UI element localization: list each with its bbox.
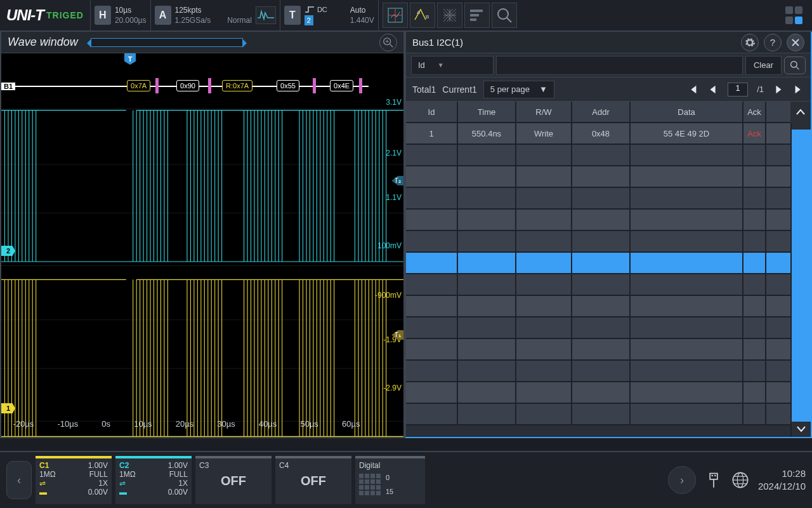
acq-mode: Normal: [227, 15, 252, 25]
x-axis-tick: 50µs: [300, 419, 318, 437]
table-row[interactable]: [406, 274, 790, 296]
bus-decode-panel: Bus1 I2C(1) ? Id ▼ Clear Total1 Current1: [405, 32, 812, 438]
time-axis: -20µs-10µs0s10µs20µs30µs40µs50µs60µs: [1, 419, 372, 437]
last-page-button[interactable]: [793, 84, 804, 95]
per-page-select[interactable]: 5 per page ▼: [483, 81, 554, 98]
chevron-down-icon: ▼: [539, 84, 547, 94]
acq-mode-blank: [227, 5, 252, 15]
waveform-area[interactable]: T B1 0x7A0x90R:0x7A0x550x4E: [1, 53, 403, 437]
page-total: /1: [757, 84, 764, 94]
logo-brand: UNI-T: [6, 6, 44, 24]
x-axis-tick: 60µs: [342, 419, 360, 437]
svg-line-7: [507, 18, 511, 22]
chevron-down-icon: ▼: [438, 62, 444, 69]
ch2-ground-marker[interactable]: 2: [1, 246, 15, 256]
acquisition-group[interactable]: A 125kpts 1.25GSa/s Normal: [150, 0, 280, 31]
channel-c1-card[interactable]: C11.00V 1MΩFULL ⇌1X ▬0.00V: [36, 456, 112, 504]
table-row[interactable]: [406, 382, 790, 404]
acq-memdepth: 125kpts: [175, 5, 211, 15]
wave-header: Wave window: [1, 32, 403, 53]
cursor-tool-button[interactable]: [383, 3, 408, 28]
y-axis-label: -2.9V: [383, 384, 402, 392]
channel-c3-card[interactable]: C3 OFF: [195, 456, 272, 504]
prev-page-button[interactable]: [707, 84, 719, 95]
gear-icon: [744, 37, 756, 48]
svg-text:A: A: [417, 10, 421, 15]
clock: 10:28 2024/12/10: [758, 467, 806, 493]
scroll-up-button[interactable]: [796, 108, 806, 117]
close-button[interactable]: [787, 34, 804, 51]
svg-rect-152: [711, 475, 712, 476]
wave-horizontal-scrollbar[interactable]: [91, 38, 243, 47]
next-page-button[interactable]: [773, 84, 784, 95]
usb-icon: [705, 471, 723, 489]
y-axis-label: 1.1V: [386, 193, 402, 202]
table-row[interactable]: 1550.4nsWrite0x4855 4E 49 2DAck: [406, 123, 790, 145]
acq-spark-icon: [256, 6, 276, 24]
x-axis-tick: 10µs: [134, 419, 152, 437]
col-addr: Addr: [572, 102, 631, 122]
search-tool-button[interactable]: [492, 3, 517, 28]
prev-channel-page-button[interactable]: ‹: [6, 461, 32, 499]
bus-panel-title: Bus1 I2C(1): [412, 37, 736, 48]
table-row[interactable]: [406, 296, 790, 318]
table-row[interactable]: [406, 253, 790, 274]
first-page-button[interactable]: [687, 84, 698, 95]
filter-search-button[interactable]: [784, 57, 806, 74]
digital-card[interactable]: Digital 0 15: [355, 456, 425, 504]
zoom-icon[interactable]: [379, 34, 397, 51]
table-row[interactable]: [406, 166, 790, 188]
channel-c4-card[interactable]: C4 OFF: [275, 456, 351, 504]
layout-grid-button[interactable]: [782, 3, 807, 28]
table-scrollbar[interactable]: [790, 123, 811, 437]
settings-button[interactable]: [741, 34, 759, 51]
logo: UNI-T TRIGED: [0, 6, 90, 24]
y-axis-label: 2.1V: [386, 149, 402, 157]
channel-c2-card[interactable]: C21.00V 1MΩFULL ⇌1X ▬0.00V: [115, 456, 192, 504]
table-row[interactable]: [406, 318, 790, 339]
ab-compare-button[interactable]: AB: [410, 3, 435, 28]
next-channel-page-button[interactable]: ›: [668, 466, 696, 494]
filter-value-input[interactable]: [496, 56, 743, 75]
trigger-group[interactable]: T DC 2 Auto 1.440V: [280, 0, 378, 31]
bus-filter-row: Id ▼ Clear: [406, 53, 811, 77]
ch1-ground-marker[interactable]: 1: [1, 403, 15, 413]
bus-pager-row: Total1 Current1 5 per page ▼ 1 /1: [406, 77, 811, 102]
help-button[interactable]: ?: [764, 34, 782, 51]
table-row[interactable]: [406, 145, 790, 166]
svg-text:B: B: [426, 14, 429, 20]
y-axis-label: 100mV: [377, 241, 402, 250]
current-label: Current1: [442, 84, 476, 95]
clear-button[interactable]: Clear: [745, 56, 782, 75]
table-row[interactable]: [406, 210, 790, 231]
table-row[interactable]: [406, 231, 790, 253]
wave-title: Wave window: [8, 36, 78, 49]
svg-rect-4: [470, 14, 479, 17]
table-row[interactable]: [406, 188, 790, 210]
svg-line-150: [796, 67, 799, 69]
trigger-status: TRIGED: [46, 10, 84, 20]
table-row[interactable]: [406, 404, 790, 425]
filter-field-label: Id: [418, 60, 425, 70]
clock-time: 10:28: [758, 467, 806, 480]
clock-date: 2024/12/10: [758, 480, 806, 493]
col-time: Time: [458, 102, 516, 122]
tool-icon-row: AB: [378, 0, 521, 31]
table-row[interactable]: [406, 361, 790, 382]
svg-rect-5: [470, 18, 476, 21]
grid-pattern-button[interactable]: [437, 3, 462, 28]
levels-button[interactable]: [464, 3, 490, 28]
filter-field-select[interactable]: Id ▼: [411, 56, 494, 75]
page-input[interactable]: 1: [728, 83, 748, 97]
svg-rect-151: [710, 474, 717, 479]
globe-icon: [731, 471, 749, 489]
scroll-down-button[interactable]: [796, 424, 806, 433]
table-row[interactable]: [406, 339, 790, 361]
x-axis-tick: 20µs: [176, 419, 193, 437]
x-axis-tick: -10µs: [57, 419, 78, 437]
trigger-source: 2: [304, 15, 313, 25]
x-axis-tick: 40µs: [259, 419, 277, 437]
timebase-group[interactable]: H 10µs 20.000µs: [90, 0, 150, 31]
timebase-badge: H: [95, 6, 111, 25]
svg-point-6: [498, 9, 508, 19]
